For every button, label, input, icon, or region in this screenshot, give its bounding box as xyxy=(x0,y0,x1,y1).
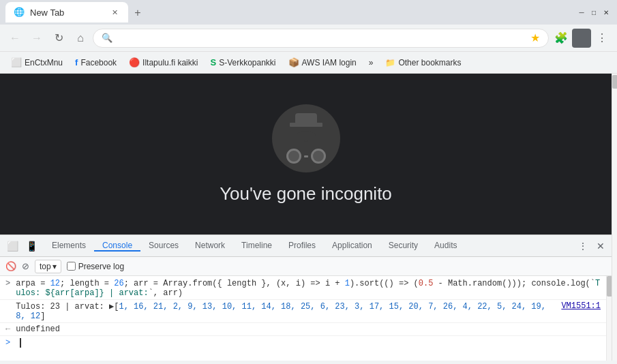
bookmarks-bar: ⬜ EnCtxMnu f Facebook 🔴 Iltapulu.fi kaik… xyxy=(0,52,617,74)
console-output-area: > arpa = 12; length = 26; arr = Array.fr… xyxy=(0,276,606,361)
console-input-line[interactable]: > xyxy=(0,336,606,350)
console-code-input: arpa = 12; length = 26; arr = Array.from… xyxy=(16,279,601,298)
tab-new-tab[interactable]: 🌐 New Tab ✕ xyxy=(5,2,128,22)
console-line-input: > arpa = 12; length = 26; arr = Array.fr… xyxy=(0,277,606,300)
bookmark-label-facebook: Facebook xyxy=(80,58,117,67)
console-code-result: undefined xyxy=(16,324,601,334)
console-output-prompt xyxy=(5,301,10,311)
filter-console-icon[interactable]: ⊘ xyxy=(22,261,29,271)
inspect-element-icon[interactable]: ⬜ xyxy=(5,239,19,253)
tab-network[interactable]: Network xyxy=(187,241,233,252)
devtools-toolbar: ⬜ 📱 Elements Console Sources Network xyxy=(0,235,612,257)
incognito-page: You've gone incognito xyxy=(0,74,612,234)
devtools-icon-group: ⬜ 📱 xyxy=(0,239,44,253)
bookmark-icon-awsiam: 📦 xyxy=(288,57,299,67)
tab-security[interactable]: Security xyxy=(380,241,426,252)
toolbar-right: 🧩 ⋮ xyxy=(552,29,612,48)
lens-left xyxy=(286,149,301,164)
console-code-output: Tulos: 23 | arvat: ▶[1, 16, 21, 2, 9, 13… xyxy=(16,301,558,321)
bookmark-label-enctxmnu: EnCtxMnu xyxy=(25,58,63,67)
bookmark-label-awsiam: AWS IAM login xyxy=(302,58,357,67)
console-link-vm[interactable]: VM1551:1 xyxy=(561,301,601,311)
folder-icon: 📁 xyxy=(385,58,395,67)
devtools-tabs: Elements Console Sources Network Timelin… xyxy=(44,241,572,252)
code-var: arpa = 12; length = 26; arr = Array.from… xyxy=(16,279,600,298)
preserve-log-wrap: Preserve log xyxy=(67,262,124,271)
devtools-panel: ⬜ 📱 Elements Console Sources Network xyxy=(0,234,612,361)
address-input[interactable] xyxy=(117,33,526,43)
bookmark-icon-enctxmnu: ⬜ xyxy=(11,57,22,67)
bookmark-label-iltapulu: Iltapulu.fi kaikki xyxy=(142,58,198,67)
bookmark-item-facebook[interactable]: f Facebook xyxy=(70,55,122,70)
chevron-icon: » xyxy=(369,58,374,67)
tab-favicon: 🌐 xyxy=(14,7,25,18)
title-bar: 🌐 New Tab ✕ + ─ □ ✕ xyxy=(0,0,617,25)
window-close-button[interactable]: ✕ xyxy=(601,7,612,18)
forward-button[interactable]: → xyxy=(27,29,46,48)
top-selector[interactable]: top ▾ xyxy=(35,260,61,273)
clear-console-icon[interactable]: 🚫 xyxy=(5,261,16,271)
incognito-icon xyxy=(272,104,340,172)
tab-audits[interactable]: Audits xyxy=(426,241,465,252)
tab-close-button[interactable]: ✕ xyxy=(109,7,120,18)
devtools-scroll-thumb[interactable] xyxy=(607,276,612,297)
tab-timeline[interactable]: Timeline xyxy=(233,241,280,252)
tab-console[interactable]: Console xyxy=(94,241,140,252)
top-label: top xyxy=(40,262,51,271)
tab-sources[interactable]: Sources xyxy=(140,241,187,252)
devtools-close-button[interactable]: ✕ xyxy=(592,238,609,254)
tab-profiles[interactable]: Profiles xyxy=(280,241,324,252)
tab-application[interactable]: Application xyxy=(324,241,380,252)
lens-right xyxy=(311,149,326,164)
page-scrollbar[interactable] xyxy=(612,74,617,361)
console-line-output: Tulos: 23 | arvat: ▶[1, 16, 21, 2, 9, 13… xyxy=(0,300,606,323)
bookmark-icon-sverkkopankki: S xyxy=(210,57,216,67)
minimize-button[interactable]: ─ xyxy=(576,7,587,18)
tab-bar: 🌐 New Tab ✕ + xyxy=(5,2,571,22)
devtools-actions: ⋮ ✕ xyxy=(572,238,612,254)
bookmark-icon-iltapulu: 🔴 xyxy=(129,57,140,67)
bookmark-star-icon[interactable]: ★ xyxy=(530,31,540,44)
profile-button[interactable] xyxy=(572,29,591,48)
extensions-button[interactable]: 🧩 xyxy=(552,29,571,48)
page-scroll-thumb[interactable] xyxy=(612,75,617,89)
device-toolbar-icon[interactable]: 📱 xyxy=(25,239,38,253)
bookmark-label-sverkkopankki: S-Verkkopankki xyxy=(219,58,275,67)
browser-toolbar: ← → ↻ ⌂ 🔍 ★ 🧩 ⋮ xyxy=(0,25,617,52)
bookmark-item-awsiam[interactable]: 📦 AWS IAM login xyxy=(283,55,362,70)
console-line-result: ← undefined xyxy=(0,323,606,336)
console-toolbar: 🚫 ⊘ top ▾ Preserve log xyxy=(0,257,612,276)
other-bookmarks-button[interactable]: 📁 Other bookmarks xyxy=(380,56,466,70)
console-input-cursor[interactable] xyxy=(20,338,21,348)
console-output: > arpa = 12; length = 26; arr = Array.fr… xyxy=(0,276,606,361)
console-result-prompt: ← xyxy=(5,324,10,334)
console-prompt-arrow: > xyxy=(5,279,10,288)
bookmark-item-iltapulu[interactable]: 🔴 Iltapulu.fi kaikki xyxy=(123,55,203,70)
bookmark-item-sverkkopankki[interactable]: S S-Verkkopankki xyxy=(205,55,281,70)
bookmark-chevron-button[interactable]: » xyxy=(363,56,379,70)
reload-button[interactable]: ↻ xyxy=(49,29,68,48)
console-input-prompt: > xyxy=(5,338,10,348)
bookmark-item-enctxmnu[interactable]: ⬜ EnCtxMnu xyxy=(5,55,68,70)
menu-button[interactable]: ⋮ xyxy=(592,29,612,48)
bookmark-icon-facebook: f xyxy=(75,57,78,67)
glasses-icon xyxy=(286,149,326,164)
preserve-log-checkbox[interactable] xyxy=(67,262,76,271)
preserve-log-label: Preserve log xyxy=(78,262,124,271)
maximize-button[interactable]: □ xyxy=(588,7,599,18)
chevron-down-icon: ▾ xyxy=(52,262,57,271)
devtools-main: > arpa = 12; length = 26; arr = Array.fr… xyxy=(0,276,612,361)
back-button[interactable]: ← xyxy=(5,29,25,48)
incognito-text: You've gone incognito xyxy=(220,183,392,204)
other-bookmarks-label: Other bookmarks xyxy=(398,58,461,67)
tab-title: New Tab xyxy=(30,7,104,18)
devtools-more-button[interactable]: ⋮ xyxy=(575,238,591,254)
content-area: You've gone incognito ⬜ 📱 Elements Conso… xyxy=(0,74,617,361)
cursor-caret xyxy=(20,338,21,348)
main-content: You've gone incognito ⬜ 📱 Elements Conso… xyxy=(0,74,612,361)
address-bar-wrap: 🔍 ★ xyxy=(93,29,549,48)
tab-elements[interactable]: Elements xyxy=(44,241,94,252)
new-tab-button[interactable]: + xyxy=(128,3,147,22)
home-button[interactable]: ⌂ xyxy=(71,29,90,48)
devtools-scrollbar[interactable] xyxy=(606,276,612,361)
